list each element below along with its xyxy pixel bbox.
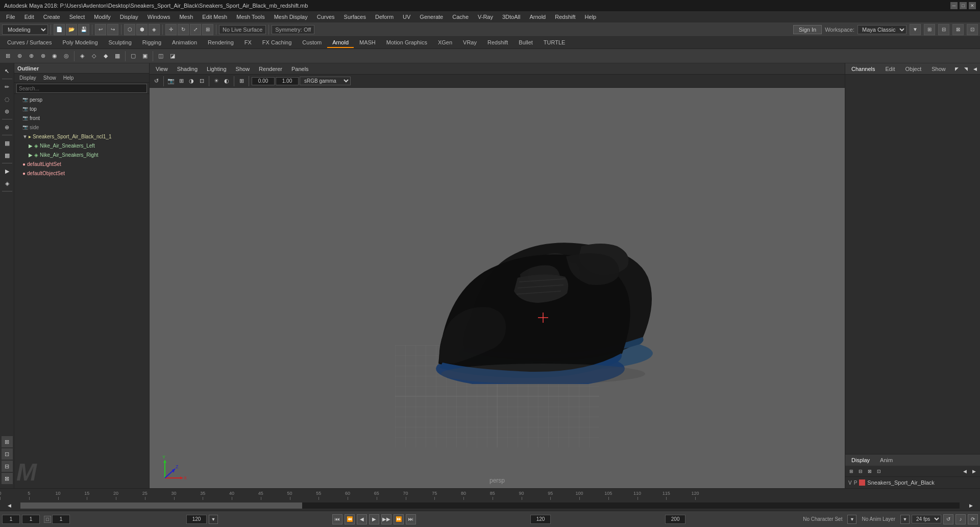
snap-point-btn[interactable]: ⊕ — [26, 51, 37, 62]
playback-settings-btn[interactable]: ↺ — [943, 514, 953, 524]
menu-item-mesh[interactable]: Mesh — [175, 13, 197, 21]
module-tab-animation[interactable]: Animation — [167, 38, 202, 48]
layout-btn1[interactable]: ⊞ — [924, 24, 935, 35]
vp-grid-btn[interactable]: ⊞ — [237, 77, 246, 86]
rp-icon2[interactable]: ◥ — [962, 65, 970, 73]
soft-btn[interactable]: ⊟ — [2, 461, 13, 472]
deform-btn[interactable]: ⊠ — [2, 473, 13, 484]
scale-btn[interactable]: ⤢ — [190, 24, 201, 35]
menu-item-display[interactable]: Display — [116, 13, 142, 21]
new-scene-btn[interactable]: 📄 — [54, 24, 65, 35]
vp-exposure-input[interactable] — [252, 77, 275, 85]
menu-item-modify[interactable]: Modify — [90, 13, 114, 21]
vp-shadow-btn[interactable]: ◐ — [222, 77, 231, 86]
display-btn1[interactable]: ▢ — [128, 51, 139, 62]
outliner-item-light-set[interactable]: ● defaultLightSet — [14, 159, 149, 169]
vp-wire-btn[interactable]: ⊡ — [197, 77, 206, 86]
tl-scroll-left[interactable]: ◀ — [5, 501, 13, 510]
step-back-btn[interactable]: ◀ — [357, 514, 367, 524]
scroll-left-btn[interactable]: ◀ — [0, 501, 18, 510]
vp-menu-shading[interactable]: Shading — [173, 65, 202, 73]
module-tab-curves-surfaces[interactable]: Curves / Surfaces — [2, 38, 57, 48]
module-tab-sculpting[interactable]: Sculpting — [104, 38, 137, 48]
xform-icon-btn[interactable]: ⊞ — [2, 436, 13, 447]
next-key-btn[interactable]: ⏩ — [394, 514, 404, 524]
outliner-show-menu[interactable]: Show — [40, 75, 59, 81]
module-tab-poly-modeling[interactable]: Poly Modeling — [57, 38, 103, 48]
menu-item-generate[interactable]: Generate — [415, 13, 447, 21]
time-ruler[interactable]: 0510152025303540455055606570758085909510… — [0, 489, 980, 500]
rotate-btn[interactable]: ↻ — [178, 24, 189, 35]
move-btn[interactable]: ✛ — [165, 24, 177, 35]
display-btn2[interactable]: ▣ — [139, 51, 151, 62]
end-frame-input2[interactable] — [530, 515, 551, 524]
timeline-scroll-bar[interactable] — [20, 502, 960, 509]
rp-icon1[interactable]: ◤ — [953, 65, 961, 73]
menu-item-edit-mesh[interactable]: Edit Mesh — [198, 13, 231, 21]
cam-btn1[interactable]: ◫ — [155, 51, 166, 62]
sign-in-button[interactable]: Sign In — [793, 25, 822, 34]
loop-btn[interactable]: ⟳ — [968, 514, 978, 524]
layer-delete-btn[interactable]: ⊠ — [866, 467, 874, 475]
workspace-selector[interactable]: Modeling — [2, 25, 48, 35]
module-tab-rigging[interactable]: Rigging — [137, 38, 166, 48]
layer-options-btn[interactable]: ⊟ — [856, 467, 865, 475]
soft-sel2-btn[interactable]: ◇ — [88, 51, 100, 62]
module-tab-arnold[interactable]: Arnold — [327, 38, 354, 48]
minimize-button[interactable]: ─ — [950, 2, 958, 9]
open-btn[interactable]: 📂 — [66, 24, 77, 35]
display-layer-tab[interactable]: Display — [848, 456, 873, 464]
anim-layer-tab[interactable]: Anim — [877, 456, 896, 464]
pivot-btn[interactable]: ⊡ — [2, 448, 13, 460]
menu-item-mesh-display[interactable]: Mesh Display — [270, 13, 312, 21]
menu-item-create[interactable]: Create — [39, 13, 64, 21]
vp-display-btn[interactable]: ⊞ — [177, 77, 186, 86]
go-end-btn[interactable]: ⏭ — [406, 514, 416, 524]
snap-view-btn[interactable]: ◉ — [49, 51, 60, 62]
undo-btn[interactable]: ↩ — [95, 24, 106, 35]
menu-item-edit[interactable]: Edit — [20, 13, 38, 21]
render-region-btn[interactable]: ◈ — [2, 178, 13, 189]
vp-menu-show[interactable]: Show — [232, 65, 254, 73]
frame-sel-btn[interactable]: ▦ — [2, 137, 13, 149]
frame-range-toggle[interactable]: ▼ — [209, 515, 218, 524]
outliner-search-input[interactable] — [16, 84, 147, 93]
start-frame-input[interactable] — [2, 515, 20, 524]
module-tab-turtle[interactable]: TURTLE — [538, 38, 571, 48]
object-tab[interactable]: Object — [902, 65, 924, 73]
module-tab-rendering[interactable]: Rendering — [203, 38, 239, 48]
outliner-item-right-sneaker[interactable]: ▶ ◈ Nike_Air_Sneakers_Right — [14, 150, 149, 159]
frame-all-btn[interactable]: ▩ — [2, 150, 13, 161]
vp-menu-panels[interactable]: Panels — [287, 65, 313, 73]
module-tab-bullet[interactable]: Bullet — [513, 38, 538, 48]
fps-selector[interactable]: 24 fps 30 fps — [912, 515, 941, 523]
soft-sel3-btn[interactable]: ◆ — [100, 51, 111, 62]
tl-scroll-right[interactable]: ▶ — [967, 501, 975, 510]
vp-light-btn[interactable]: ☀ — [212, 77, 221, 86]
layer-help-btn[interactable]: ◀ — [961, 467, 969, 475]
menu-item-cache[interactable]: Cache — [448, 13, 473, 21]
lasso-btn[interactable]: ⬢ — [136, 24, 148, 35]
menu-item-uv[interactable]: UV — [399, 13, 414, 21]
outliner-item-side[interactable]: 📷 side — [14, 123, 149, 132]
current-frame-input[interactable] — [22, 515, 40, 524]
module-tab-fx[interactable]: FX — [239, 38, 257, 48]
cam-btn2[interactable]: ◪ — [167, 51, 178, 62]
vp-gamma-value-input[interactable] — [276, 77, 299, 85]
menu-item-arnold[interactable]: Arnold — [525, 13, 550, 21]
outliner-display-menu[interactable]: Display — [16, 75, 39, 81]
transform-btn[interactable]: ⊞ — [202, 24, 213, 35]
outliner-item-object-set[interactable]: ● defaultObjectSet — [14, 169, 149, 178]
module-tab-xgen[interactable]: XGen — [433, 38, 457, 48]
viewport-3d[interactable]: X Y Z persp — [150, 88, 845, 488]
module-tab-motion-graphics[interactable]: Motion Graphics — [381, 38, 432, 48]
layer-up-btn[interactable]: ⊡ — [875, 467, 883, 475]
render-btn[interactable]: ▶ — [2, 165, 13, 177]
menu-item-deform[interactable]: Deform — [371, 13, 398, 21]
end-frame-input1[interactable] — [186, 515, 207, 524]
module-tab-vray[interactable]: VRay — [458, 38, 482, 48]
step-fwd-btn[interactable]: ▶▶ — [381, 514, 391, 524]
snap-grid-btn[interactable]: ⊞ — [2, 51, 13, 62]
layout-btn4[interactable]: ⊡ — [967, 24, 978, 35]
menu-item-curves[interactable]: Curves — [313, 13, 339, 21]
